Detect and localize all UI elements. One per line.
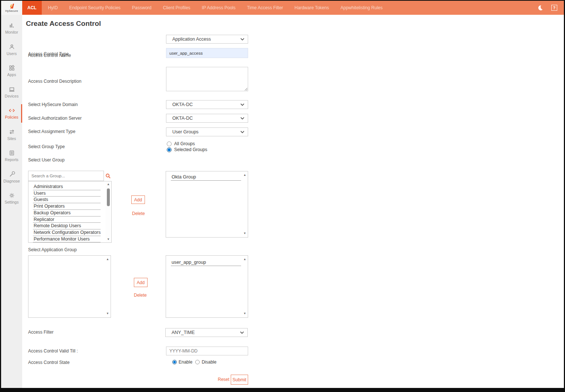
code-brackets-icon <box>9 107 15 114</box>
valid-till-label: Access Control Valid Till : <box>28 348 78 354</box>
dark-mode-icon[interactable] <box>537 5 543 11</box>
radio-selected-groups[interactable]: Selected Groups <box>167 147 207 152</box>
access-control-name-label: Access Control Name <box>28 53 71 58</box>
tab-password[interactable]: Password <box>127 1 157 15</box>
scroll-down-icon[interactable]: ▼ <box>106 311 109 316</box>
radio-disable-label: Disable <box>202 359 216 365</box>
access-control-description-label: Access Control Description <box>28 79 81 84</box>
chevron-down-icon <box>240 331 244 334</box>
add-application-group-button[interactable]: Add <box>134 278 148 287</box>
access-filter-value: ANY_TIME <box>172 330 240 335</box>
scrollbar[interactable]: ▲ ▼ <box>106 182 111 242</box>
sidebar: Monitor Users Apps <box>1 15 22 388</box>
tab-time-access-filter[interactable]: Time Access Filter <box>242 1 288 15</box>
list-item[interactable]: Performance Log Users <box>33 242 101 243</box>
radio-all-groups[interactable]: All Groups <box>167 141 195 146</box>
submit-button[interactable]: Submit <box>231 375 248 385</box>
brand-logo[interactable]: HySecure <box>1 1 22 15</box>
tab-ip-address-pools[interactable]: IP Address Pools <box>197 1 241 15</box>
chevron-down-icon <box>240 131 244 133</box>
app-grid-icon <box>9 65 15 71</box>
tab-endpoint-security-policies[interactable]: Endpoint Security Policies <box>64 1 126 15</box>
tab-acl[interactable]: ACL <box>22 1 42 15</box>
list-item[interactable]: Print Operators <box>33 203 101 210</box>
scroll-up-icon[interactable]: ▲ <box>106 257 109 262</box>
brand-name: HySecure <box>5 9 18 13</box>
help-icon[interactable]: ? <box>551 5 557 11</box>
scroll-down-icon[interactable]: ▼ <box>243 311 246 316</box>
list-item[interactable]: Administrators <box>33 184 101 190</box>
tab-appwhitelisting-rules[interactable]: Appwhitelisting Rules <box>335 1 388 15</box>
list-item[interactable]: Remote Desktop Users <box>33 223 101 229</box>
radio-checked-icon[interactable] <box>167 147 172 152</box>
list-item[interactable]: Guests <box>33 197 101 203</box>
list-item[interactable]: user_app_group <box>171 259 241 266</box>
radio-icon[interactable] <box>167 142 172 146</box>
bar-chart-icon <box>9 22 15 29</box>
tab-bar: ACL HyID Endpoint Security Policies Pass… <box>22 1 537 15</box>
group-search-input[interactable] <box>28 171 104 181</box>
tab-hyid[interactable]: HyID <box>43 1 63 15</box>
access-control-state-label: Access Control State <box>28 360 70 365</box>
chevron-down-icon <box>240 38 244 41</box>
document-icon <box>9 150 15 156</box>
radio-disable-icon[interactable] <box>195 360 200 364</box>
chevron-down-icon <box>240 103 244 106</box>
sidebar-item-devices[interactable]: Devices <box>1 82 22 103</box>
valid-till-input[interactable] <box>166 347 248 355</box>
sidebar-item-sites[interactable]: Sites <box>1 124 22 146</box>
wrench-icon <box>9 171 15 178</box>
scroll-down-icon[interactable]: ▼ <box>243 231 246 236</box>
assignment-type-select[interactable]: User Groups <box>166 127 248 136</box>
list-item[interactable]: Okta Group <box>171 174 241 181</box>
authorization-server-value: OKTA-DC <box>172 116 240 121</box>
main-content: Create Access Control Access Control Typ… <box>22 15 564 388</box>
sidebar-item-apps[interactable]: Apps <box>1 60 22 82</box>
reset-button[interactable]: Reset <box>218 377 229 382</box>
gear-icon <box>9 192 15 199</box>
search-icon[interactable] <box>104 171 112 181</box>
access-control-type-select[interactable]: Application Access <box>166 35 248 44</box>
sidebar-item-monitor[interactable]: Monitor <box>1 18 22 39</box>
sidebar-item-users[interactable]: Users <box>1 39 22 61</box>
list-item[interactable]: Replicator <box>33 217 101 223</box>
sidebar-item-settings[interactable]: Settings <box>1 188 22 209</box>
access-control-state-radios: Enable Disable <box>172 359 216 365</box>
scroll-up-icon[interactable]: ▲ <box>243 173 246 178</box>
access-filter-label: Access Filter <box>28 330 54 335</box>
tab-hardware-tokens[interactable]: Hardware Tokens <box>290 1 334 15</box>
access-control-description-textarea[interactable] <box>166 67 248 91</box>
authorization-server-select[interactable]: OKTA-DC <box>166 114 248 123</box>
top-navigation-bar: HySecure ACL HyID Endpoint Security Poli… <box>1 1 564 15</box>
access-control-name-input[interactable] <box>166 48 248 58</box>
radio-enable-icon[interactable] <box>172 360 177 364</box>
sidebar-item-policies[interactable]: Policies <box>1 103 22 124</box>
scroll-down-icon[interactable]: ▼ <box>107 237 110 242</box>
application-group-label: Select Application Group <box>28 247 77 252</box>
group-type-label: Select Group Type <box>28 144 65 149</box>
hysecure-domain-select[interactable]: OKTA-DC <box>166 100 248 109</box>
scroll-up-icon[interactable]: ▲ <box>107 182 110 187</box>
tab-client-profiles[interactable]: Client Profiles <box>158 1 196 15</box>
add-user-group-button[interactable]: Add <box>131 195 145 204</box>
scroll-up-icon[interactable]: ▲ <box>243 257 246 262</box>
assignment-type-label: Select Assignment Type <box>28 129 75 134</box>
list-item[interactable]: Network Configuration Operators <box>33 229 101 236</box>
delete-application-group-button[interactable]: Delete <box>134 293 147 298</box>
sidebar-item-diagnose[interactable]: Diagnose <box>1 167 22 188</box>
selected-application-groups-list: user_app_group▲ ▼ <box>166 255 248 318</box>
list-item[interactable]: Users <box>33 190 101 197</box>
delete-user-group-button[interactable]: Delete <box>132 211 145 216</box>
sidebar-item-reports[interactable]: Reports <box>1 145 22 167</box>
list-item[interactable]: Backup Operators <box>33 210 101 217</box>
access-filter-select[interactable]: ANY_TIME <box>165 328 248 337</box>
page-title: Create Access Control <box>26 20 101 28</box>
assignment-type-value: User Groups <box>172 129 240 134</box>
available-application-groups-list: ▲ ▼ <box>28 255 111 318</box>
selected-user-groups-list: Okta Group▲ ▼ <box>166 171 248 238</box>
list-item[interactable]: Performance Monitor Users <box>33 236 101 243</box>
available-user-groups-list: AdministratorsUsersGuestsPrint Operators… <box>28 181 112 243</box>
scrollbar-thumb[interactable] <box>107 188 110 206</box>
radio-enable-label: Enable <box>179 359 192 365</box>
laptop-icon <box>9 86 15 93</box>
